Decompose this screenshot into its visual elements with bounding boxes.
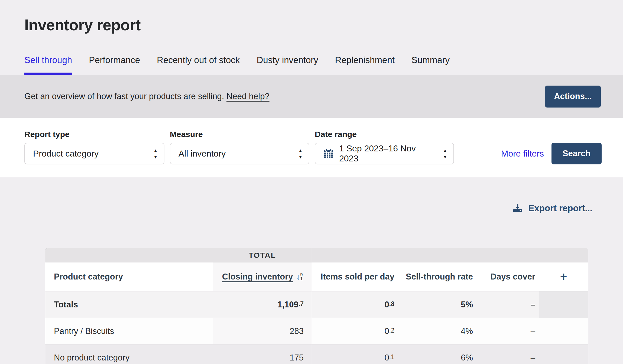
table-row: No product category 175 0.1 6% –	[45, 344, 588, 364]
table-group-header-row: TOTAL	[45, 248, 588, 262]
row-label: Totals	[45, 291, 213, 318]
items-sold-value: 0.2	[312, 318, 398, 344]
closing-inventory-value: 283	[213, 318, 312, 344]
sell-through-table: TOTAL Product category Closing inventory…	[45, 248, 588, 364]
days-cover-value: –	[477, 291, 539, 318]
group-header-total: TOTAL	[213, 248, 312, 262]
spinner-icons: ▲ ▼	[298, 148, 302, 159]
days-cover-value: –	[477, 344, 539, 364]
table-row: Pantry / Biscuits 283 0.2 4% –	[45, 318, 588, 344]
header-add-column-cell: +	[539, 262, 588, 291]
filters-bar: Report type Product category ▲ ▼ Measure…	[0, 118, 623, 177]
row-label: Pantry / Biscuits	[45, 318, 213, 344]
report-type-value: Product category	[33, 149, 99, 159]
date-range-label: Date range	[315, 130, 454, 138]
sell-through-value: 4%	[398, 318, 477, 344]
tab-dusty-inventory[interactable]: Dusty inventory	[257, 56, 318, 75]
date-range-select[interactable]: 1 Sep 2023–16 Nov 2023 ▲ ▼	[315, 143, 454, 164]
spinner-icons: ▲ ▼	[443, 148, 447, 159]
table-row-totals: Totals 1,109.7 0.8 5% –	[45, 291, 588, 318]
group-header-spacer	[45, 248, 213, 262]
sell-through-value: 6%	[398, 344, 477, 364]
closing-inventory-value: 1,109.7	[213, 291, 312, 318]
spinner-up-icon: ▲	[298, 148, 302, 152]
items-sold-value: 0.8	[312, 291, 398, 318]
tab-performance[interactable]: Performance	[89, 56, 140, 75]
report-type-select[interactable]: Product category ▲ ▼	[24, 143, 164, 164]
measure-group: Measure All inventory ▲ ▼	[170, 130, 309, 177]
header-items-sold-per-day[interactable]: Items sold per day	[312, 262, 398, 291]
search-button[interactable]: Search	[551, 143, 602, 164]
more-filters-link[interactable]: More filters	[501, 149, 544, 159]
header-sell-through-rate[interactable]: Sell-through rate	[398, 262, 477, 291]
closing-inventory-value: 175	[213, 344, 312, 364]
banner-message: Get an overview of how fast your product…	[24, 92, 270, 101]
spinner-icons: ▲ ▼	[154, 148, 157, 159]
header-days-cover[interactable]: Days cover	[477, 262, 539, 291]
report-type-group: Report type Product category ▲ ▼	[24, 130, 164, 177]
sort-descending-icon: ↓ 9 1	[296, 273, 303, 281]
tab-replenishment[interactable]: Replenishment	[335, 56, 395, 75]
spinner-up-icon: ▲	[154, 148, 157, 152]
report-type-label: Report type	[24, 130, 164, 138]
actions-button[interactable]: Actions...	[545, 86, 601, 108]
tab-summary[interactable]: Summary	[411, 56, 450, 75]
row-label: No product category	[45, 344, 213, 364]
overview-banner: Get an overview of how fast your product…	[0, 75, 623, 118]
days-cover-value: –	[477, 318, 539, 344]
measure-label: Measure	[170, 130, 309, 138]
header-product-category: Product category	[45, 262, 213, 291]
spinner-down-icon: ▼	[443, 155, 447, 159]
spinner-down-icon: ▼	[298, 155, 302, 159]
tab-recently-out-of-stock[interactable]: Recently out of stock	[157, 56, 240, 75]
banner-message-text: Get an overview of how fast your product…	[24, 92, 224, 101]
export-report-label: Export report...	[528, 203, 592, 213]
need-help-link[interactable]: Need help?	[226, 92, 270, 101]
sell-through-value: 5%	[398, 291, 477, 318]
spinner-up-icon: ▲	[443, 148, 447, 152]
add-column-button[interactable]: +	[560, 271, 567, 283]
date-range-value: 1 Sep 2023–16 Nov 2023	[339, 144, 434, 164]
calendar-icon	[323, 148, 334, 159]
measure-select[interactable]: All inventory ▲ ▼	[170, 143, 309, 164]
date-range-group: Date range 1 Sep 2023–16 Nov 2023 ▲ ▼	[315, 130, 454, 177]
report-tabs: Sell through Performance Recently out of…	[24, 56, 623, 75]
measure-value: All inventory	[179, 149, 226, 159]
header-closing-inventory[interactable]: Closing inventory ↓ 9 1	[213, 262, 312, 291]
items-sold-value: 0.1	[312, 344, 398, 364]
tab-sell-through[interactable]: Sell through	[24, 56, 72, 75]
export-report-link[interactable]: Export report...	[0, 201, 592, 215]
table-header-row: Product category Closing inventory ↓ 9 1…	[45, 262, 588, 291]
download-icon	[512, 203, 523, 214]
page-header: Inventory report	[0, 0, 623, 33]
spinner-down-icon: ▼	[154, 155, 157, 159]
filters-actions: More filters Search	[501, 143, 602, 164]
page-title: Inventory report	[24, 17, 623, 33]
